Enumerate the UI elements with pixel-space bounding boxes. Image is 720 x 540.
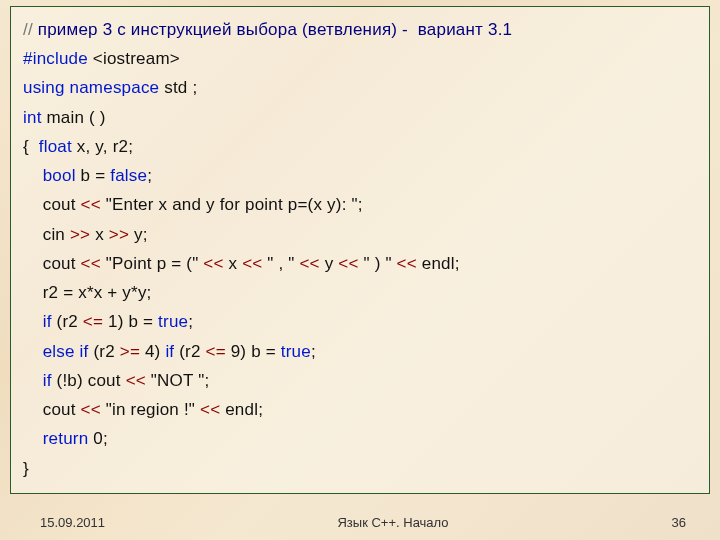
code-line: r2 = x*x + y*y; [23,278,697,307]
footer-page-number: 36 [626,515,686,530]
code-line: bool b = false; [23,161,697,190]
slide-footer: 15.09.2011 Язык С++. Начало 36 [0,515,720,530]
code-line: int main ( ) [23,103,697,132]
code-line: cout << "in region !" << endl; [23,395,697,424]
code-line: else if (r2 >= 4) if (r2 <= 9) b = true; [23,337,697,366]
code-line: return 0; [23,424,697,453]
code-box: // пример 3 с инструкцией выбора (ветвле… [10,6,710,494]
code-line: } [23,454,697,483]
code-line: cout << "Enter x and y for point p=(x y)… [23,190,697,219]
code-line: #include <iostream> [23,44,697,73]
code-line: // пример 3 с инструкцией выбора (ветвле… [23,15,697,44]
footer-title: Язык С++. Начало [160,515,626,530]
code-line: if (!b) cout << "NOT "; [23,366,697,395]
code-line: if (r2 <= 1) b = true; [23,307,697,336]
code-line: using namespace std ; [23,73,697,102]
code-line: cout << "Point p = (" << x << " , " << y… [23,249,697,278]
footer-date: 15.09.2011 [40,515,160,530]
code-line: cin >> x >> y; [23,220,697,249]
code-line: { float x, y, r2; [23,132,697,161]
